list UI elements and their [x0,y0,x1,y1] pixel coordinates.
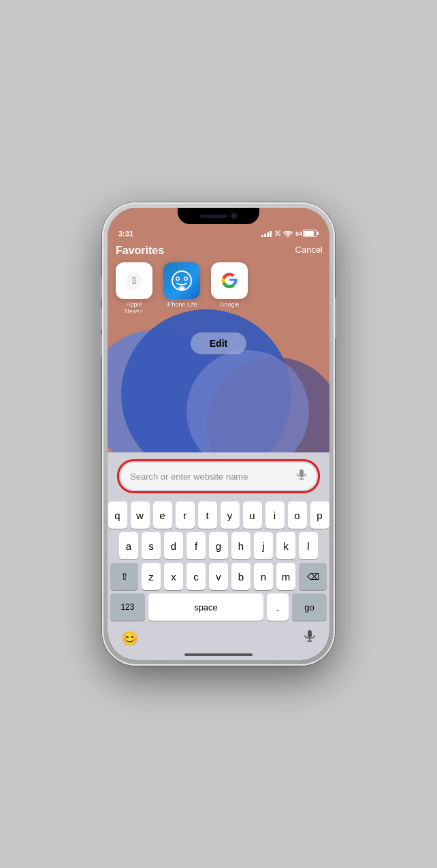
key-f[interactable]: f [187,532,206,559]
status-bar: 3:31 ⌘ [108,227,329,239]
bottom-bar: 😊 [108,627,329,652]
key-k[interactable]: k [276,532,295,559]
key-y[interactable]: y [221,501,240,529]
key-l[interactable]: l [299,532,318,559]
key-q[interactable]: q [108,501,127,529]
key-z[interactable]: z [142,563,161,590]
key-c[interactable]: c [187,563,206,590]
iphone-life-icon [163,262,200,299]
app-item-apple-news[interactable]:  AppleNews+ [116,262,152,315]
svg-point-4 [177,278,179,280]
key-b[interactable]: b [231,563,250,590]
keyboard: q w e r t y u i o p a s d f g [108,497,329,627]
battery-percent: 84 [295,230,302,237]
key-123[interactable]: 123 [110,593,145,621]
battery-icon: 84 [295,230,319,237]
google-label: Google [219,301,239,308]
svg-text::  [132,275,135,286]
key-g[interactable]: g [209,532,228,559]
search-placeholder: Search or enter website name [130,471,291,482]
svg-rect-7 [300,469,304,476]
home-indicator [184,653,253,656]
key-d[interactable]: d [164,532,183,559]
key-i[interactable]: i [265,501,285,529]
key-x[interactable]: x [164,563,183,590]
emoji-key[interactable]: 😊 [121,630,138,647]
mic-bottom-icon[interactable] [304,630,316,647]
key-o[interactable]: o [288,501,307,529]
home-indicator-area [108,652,329,660]
camera [231,213,237,219]
key-s[interactable]: s [142,532,161,559]
key-v[interactable]: v [209,563,228,590]
app-item-google[interactable]: Google [211,262,248,315]
search-bar-highlight: Search or enter website name [117,459,320,493]
key-m[interactable]: m [276,563,295,590]
svg-rect-10 [308,630,312,638]
key-row-3: ⇧ z x c v b n m ⌫ [110,563,327,590]
key-e[interactable]: e [153,501,172,529]
space-key[interactable]: space [148,593,263,621]
svg-point-5 [185,278,187,280]
favorites-title: Favorites [116,245,321,257]
phone-screen: 3:31 ⌘ [108,208,329,660]
search-bar[interactable]: Search or enter website name [120,463,317,490]
key-row-2: a s d f g h j k l [110,532,327,559]
key-h[interactable]: h [231,532,250,559]
screen-content: 3:31 ⌘ [108,208,329,660]
key-t[interactable]: t [198,501,217,529]
shift-key[interactable]: ⇧ [110,563,138,590]
google-icon [211,262,248,299]
key-w[interactable]: w [131,501,150,529]
key-a[interactable]: a [119,532,138,559]
key-row-1: q w e r t y u i o p [110,501,327,529]
phone-frame: 3:31 ⌘ [102,202,335,666]
apple-news-icon:  [116,262,152,299]
backspace-key[interactable]: ⌫ [299,563,327,590]
key-row-4: 123 space . go [110,593,327,621]
speaker [200,215,227,218]
status-icons: ⌘ 84 [261,230,319,237]
search-area: Search or enter website name [108,452,329,497]
cancel-button[interactable]: Cancel [295,245,323,255]
mic-search-icon[interactable] [296,469,307,484]
apple-news-label: AppleNews+ [125,301,144,315]
status-time: 3:31 [118,230,133,238]
key-period[interactable]: . [267,593,289,621]
app-item-iphone-life[interactable]: iPhone Life [163,262,200,315]
key-r[interactable]: r [176,501,195,529]
go-key[interactable]: go [292,593,327,621]
wifi-icon: ⌘ [274,230,293,237]
key-n[interactable]: n [254,563,273,590]
notch-area [108,208,329,227]
key-j[interactable]: j [254,532,273,559]
key-p[interactable]: p [310,501,329,529]
home-area: Cancel Favorites  [108,239,329,452]
iphone-life-label: iPhone Life [166,301,197,308]
app-icons-row:  AppleNews+ [116,262,321,315]
edit-button-container: Edit [108,332,329,354]
signal-icon [261,230,272,237]
edit-button[interactable]: Edit [191,332,246,354]
notch [178,208,259,224]
key-u[interactable]: u [243,501,262,529]
